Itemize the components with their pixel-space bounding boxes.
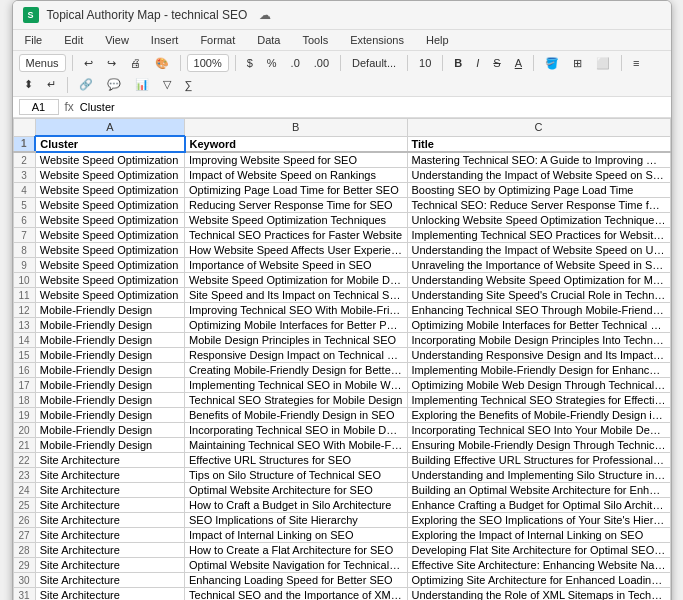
- cell-cluster[interactable]: Site Architecture: [35, 483, 184, 498]
- cell-keyword[interactable]: Improving Website Speed for SEO: [185, 152, 408, 168]
- header-keyword[interactable]: Keyword: [185, 136, 408, 152]
- cell-keyword[interactable]: Technical SEO and the Importance of XML …: [185, 588, 408, 601]
- header-title[interactable]: Title: [407, 136, 670, 152]
- print-button[interactable]: 🖨: [125, 55, 146, 71]
- cell-keyword[interactable]: Maintaining Technical SEO With Mobile-Fr…: [185, 438, 408, 453]
- cell-keyword[interactable]: Optimal Website Architecture for SEO: [185, 483, 408, 498]
- decimal-increase-button[interactable]: .00: [309, 55, 334, 71]
- cell-keyword[interactable]: Technical SEO Strategies for Mobile Desi…: [185, 393, 408, 408]
- cell-keyword[interactable]: Optimizing Page Load Time for Better SEO: [185, 183, 408, 198]
- cell-keyword[interactable]: Effective URL Structures for SEO: [185, 453, 408, 468]
- cell-title[interactable]: Implementing Mobile-Friendly Design for …: [407, 363, 670, 378]
- bold-button[interactable]: B: [449, 55, 467, 71]
- cell-keyword[interactable]: Reducing Server Response Time for SEO: [185, 198, 408, 213]
- cell-keyword[interactable]: Optimizing Mobile Interfaces for Better …: [185, 318, 408, 333]
- cell-cluster[interactable]: Site Architecture: [35, 468, 184, 483]
- cell-keyword[interactable]: Impact of Website Speed on Rankings: [185, 168, 408, 183]
- menu-data[interactable]: Data: [253, 32, 284, 48]
- cell-title[interactable]: Implementing Technical SEO Strategies fo…: [407, 393, 670, 408]
- zoom-button[interactable]: 100%: [187, 54, 229, 72]
- cell-cluster[interactable]: Mobile-Friendly Design: [35, 303, 184, 318]
- cell-cluster[interactable]: Mobile-Friendly Design: [35, 348, 184, 363]
- cell-title[interactable]: Understanding Responsive Design and Its …: [407, 348, 670, 363]
- undo-button[interactable]: ↩: [79, 55, 98, 72]
- cell-cluster[interactable]: Website Speed Optimization: [35, 198, 184, 213]
- italic-button[interactable]: I: [471, 55, 484, 71]
- decimal-decrease-button[interactable]: .0: [286, 55, 305, 71]
- valign-button[interactable]: ⬍: [19, 76, 38, 93]
- text-color-button[interactable]: A: [510, 55, 527, 71]
- cell-keyword[interactable]: Website Speed Optimization Techniques: [185, 213, 408, 228]
- cell-cluster[interactable]: Mobile-Friendly Design: [35, 318, 184, 333]
- cell-cluster[interactable]: Website Speed Optimization: [35, 258, 184, 273]
- strikethrough-button[interactable]: S: [488, 55, 505, 71]
- cell-keyword[interactable]: Technical SEO Practices for Faster Websi…: [185, 228, 408, 243]
- menu-file[interactable]: File: [21, 32, 47, 48]
- cell-keyword[interactable]: Tips on Silo Structure of Technical SEO: [185, 468, 408, 483]
- percent-button[interactable]: %: [262, 55, 282, 71]
- cell-keyword[interactable]: Website Speed Optimization for Mobile De…: [185, 273, 408, 288]
- redo-button[interactable]: ↪: [102, 55, 121, 72]
- cell-title[interactable]: Understanding the Impact of Website Spee…: [407, 168, 670, 183]
- cell-keyword[interactable]: Impact of Internal Linking on SEO: [185, 528, 408, 543]
- cell-title[interactable]: Developing Flat Site Architecture for Op…: [407, 543, 670, 558]
- cell-cluster[interactable]: Mobile-Friendly Design: [35, 363, 184, 378]
- cell-title[interactable]: Enhance Crafting a Budget for Optimal Si…: [407, 498, 670, 513]
- cell-cluster[interactable]: Website Speed Optimization: [35, 243, 184, 258]
- cell-title[interactable]: Understanding the Role of XML Sitemaps i…: [407, 588, 670, 601]
- align-button[interactable]: ≡: [628, 55, 644, 71]
- cell-cluster[interactable]: Site Architecture: [35, 588, 184, 601]
- cell-title[interactable]: Boosting SEO by Optimizing Page Load Tim…: [407, 183, 670, 198]
- cell-title[interactable]: Understanding Website Speed Optimization…: [407, 273, 670, 288]
- col-header-b[interactable]: B: [185, 119, 408, 137]
- cell-title[interactable]: Understanding Site Speed's Crucial Role …: [407, 288, 670, 303]
- cell-title[interactable]: Unlocking Website Speed Optimization Tec…: [407, 213, 670, 228]
- cell-keyword[interactable]: Responsive Design Impact on Technical SE…: [185, 348, 408, 363]
- cell-keyword[interactable]: Importance of Website Speed in SEO: [185, 258, 408, 273]
- cell-title[interactable]: Exploring the Impact of Internal Linking…: [407, 528, 670, 543]
- cell-title[interactable]: Effective Site Architecture: Enhancing W…: [407, 558, 670, 573]
- cell-cluster[interactable]: Site Architecture: [35, 513, 184, 528]
- cell-keyword[interactable]: Enhancing Loading Speed for Better SEO: [185, 573, 408, 588]
- cell-cluster[interactable]: Site Architecture: [35, 498, 184, 513]
- col-header-c[interactable]: C: [407, 119, 670, 137]
- cell-keyword[interactable]: Mobile Design Principles in Technical SE…: [185, 333, 408, 348]
- cell-cluster[interactable]: Website Speed Optimization: [35, 228, 184, 243]
- cell-keyword[interactable]: How to Craft a Budget in Silo Architectu…: [185, 498, 408, 513]
- menu-tools[interactable]: Tools: [298, 32, 332, 48]
- cell-title[interactable]: Technical SEO: Reduce Server Response Ti…: [407, 198, 670, 213]
- cell-cluster[interactable]: Site Architecture: [35, 573, 184, 588]
- cell-keyword[interactable]: Creating Mobile-Friendly Design for Bett…: [185, 363, 408, 378]
- cell-cluster[interactable]: Website Speed Optimization: [35, 152, 184, 168]
- cell-title[interactable]: Enhancing Technical SEO Through Mobile-F…: [407, 303, 670, 318]
- cell-title[interactable]: Incorporating Mobile Design Principles I…: [407, 333, 670, 348]
- cell-cluster[interactable]: Site Architecture: [35, 543, 184, 558]
- cell-title[interactable]: Optimizing Mobile Interfaces for Better …: [407, 318, 670, 333]
- cell-cluster[interactable]: Website Speed Optimization: [35, 213, 184, 228]
- cell-keyword[interactable]: Implementing Technical SEO in Mobile Web…: [185, 378, 408, 393]
- cell-cluster[interactable]: Mobile-Friendly Design: [35, 333, 184, 348]
- cell-title[interactable]: Exploring the SEO Implications of Your S…: [407, 513, 670, 528]
- cell-title[interactable]: Ensuring Mobile-Friendly Design Through …: [407, 438, 670, 453]
- paint-button[interactable]: 🎨: [150, 55, 174, 72]
- cell-title[interactable]: Building an Optimal Website Architecture…: [407, 483, 670, 498]
- cell-keyword[interactable]: Improving Technical SEO With Mobile-Frie…: [185, 303, 408, 318]
- cell-cluster[interactable]: Site Architecture: [35, 453, 184, 468]
- col-header-a[interactable]: A: [35, 119, 184, 137]
- menu-extensions[interactable]: Extensions: [346, 32, 408, 48]
- formula-value[interactable]: Cluster: [80, 101, 665, 113]
- function-button[interactable]: ∑: [180, 77, 198, 93]
- chart-button[interactable]: 📊: [130, 76, 154, 93]
- link-button[interactable]: 🔗: [74, 76, 98, 93]
- cell-cluster[interactable]: Site Architecture: [35, 558, 184, 573]
- cell-cluster[interactable]: Website Speed Optimization: [35, 183, 184, 198]
- currency-button[interactable]: $: [242, 55, 258, 71]
- cell-cluster[interactable]: Mobile-Friendly Design: [35, 393, 184, 408]
- cell-title[interactable]: Understanding the Impact of Website Spee…: [407, 243, 670, 258]
- cell-title[interactable]: Understanding and Implementing Silo Stru…: [407, 468, 670, 483]
- wrap-button[interactable]: ↵: [42, 76, 61, 93]
- cell-keyword[interactable]: Benefits of Mobile-Friendly Design in SE…: [185, 408, 408, 423]
- cell-title[interactable]: Implementing Technical SEO Practices for…: [407, 228, 670, 243]
- filter-button[interactable]: ▽: [158, 76, 176, 93]
- fill-color-button[interactable]: 🪣: [540, 55, 564, 72]
